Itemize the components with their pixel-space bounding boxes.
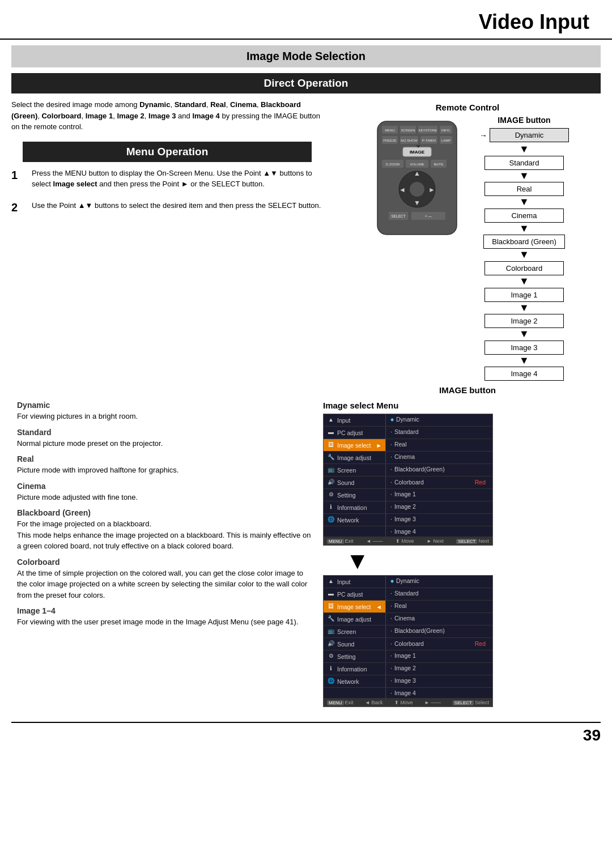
desc-dynamic-title: Dynamic — [11, 401, 312, 410]
svg-text:D.ZOOM: D.ZOOM — [386, 163, 400, 166]
desc-blackboard: Blackboard (Green) For the image project… — [11, 508, 312, 552]
flow-arrow-4: ▼ — [519, 223, 529, 235]
osd-right-image3: Image 3 — [388, 515, 490, 523]
osd2-right-real: Real — [388, 602, 490, 610]
osd2-item-imageselect: 🖼Image select ◄ — [326, 602, 383, 611]
step-2: 2 Use the Point ▲▼ buttons to select the… — [11, 200, 323, 214]
menu-operation-bar: Menu Operation — [23, 142, 312, 162]
image-button-title: IMAGE button — [479, 116, 569, 125]
flow-box-standard: Standard — [484, 156, 564, 170]
svg-text:INFO.: INFO. — [441, 129, 450, 132]
image-select-menu-title: Image select Menu — [323, 401, 601, 410]
osd-bottom-bar-2: MENUExit ◄ Back ⬆ Move ► —— SELECTSelect — [324, 699, 492, 707]
osd-row-input: ▲Input Dynamic — [324, 414, 492, 427]
step-1: 1 Press the MENU button to display the O… — [11, 168, 323, 190]
osd-item-info: ℹInformation — [326, 503, 383, 512]
osd-right-colorboard: Colorboard Red — [388, 478, 490, 487]
remote-label: Remote Control — [334, 103, 601, 112]
desc-blackboard-title: Blackboard (Green) — [11, 508, 312, 517]
osd-item-imageadjust: 🔧Image adjust — [326, 453, 383, 462]
svg-text:►: ► — [428, 186, 435, 194]
osd2-row-screen: 📺Screen Blackboard(Green) — [324, 626, 492, 638]
osd-menu-2: ▲Input Dynamic ▬PC adjust Standard — [323, 575, 493, 707]
svg-text:VOLUME: VOLUME — [410, 163, 424, 166]
desc-colorboard: Colorboard At the time of simple project… — [11, 558, 312, 601]
osd-item-setting: ⚙Setting — [326, 490, 383, 500]
intro-text: Select the desired image mode among Dyna… — [11, 93, 323, 136]
osd2-item-input: ▲Input — [326, 577, 383, 586]
flow-box-image4: Image 4 — [484, 367, 564, 381]
desc-colorboard-text: At the time of simple projection on the … — [11, 568, 312, 601]
svg-text:FREEZE: FREEZE — [383, 139, 397, 142]
desc-image14: Image 1–4 For viewing with the user pres… — [11, 606, 312, 628]
svg-text:▲: ▲ — [414, 169, 420, 177]
osd-row-info: ℹInformation Image 2 — [324, 501, 492, 514]
desc-real: Real Picture mode with improved halftone… — [11, 454, 312, 476]
flow-box-cinema: Cinema — [484, 209, 564, 223]
desc-dynamic: Dynamic For viewing pictures in a bright… — [11, 401, 312, 422]
desc-standard: Standard Normal picture mode preset on t… — [11, 428, 312, 449]
osd-item-network: 🌐Network — [326, 515, 383, 525]
osd-right-image4: Image 4 — [388, 527, 490, 535]
osd2-item-setting: ⚙Setting — [326, 652, 383, 661]
osd-item-input: ▲Input — [326, 415, 383, 425]
flow-chart: → Dynamic ▼ Standard ▼ Real ▼ Cinema ▼ B… — [479, 128, 569, 381]
osd2-row-info: ℹInformation Image 2 — [324, 663, 492, 675]
bottom-left: Dynamic For viewing pictures in a bright… — [11, 401, 312, 710]
page-number: 39 — [583, 726, 601, 744]
osd2-right-dynamic: Dynamic — [388, 577, 490, 585]
svg-text:KEYSTONE: KEYSTONE — [419, 129, 437, 132]
osd2-right-image1: Image 1 — [388, 652, 490, 659]
desc-real-text: Picture mode with improved halftone for … — [11, 465, 312, 476]
step-1-text: Press the MENU button to display the On-… — [32, 168, 323, 190]
osd2-row-imageadjust: 🔧Image adjust Cinema — [324, 613, 492, 626]
section-title: Image Mode Selection — [11, 45, 601, 67]
flow-box-real: Real — [484, 182, 564, 196]
desc-dynamic-text: For viewing pictures in a bright room. — [11, 411, 312, 422]
bottom-right: Image select Menu ▲Input Dynamic ▬PC adj… — [312, 401, 601, 710]
desc-standard-title: Standard — [11, 428, 312, 437]
svg-text:▼: ▼ — [414, 199, 420, 207]
osd-row-imageselect: 🖼Image select ► Real — [324, 439, 492, 452]
desc-image14-text: For viewing with the user preset image m… — [11, 616, 312, 628]
osd-right-blackboard: Blackboard(Green) — [388, 465, 490, 473]
svg-text:LAMP: LAMP — [441, 139, 450, 142]
desc-image14-title: Image 1–4 — [11, 606, 312, 615]
osd-right-image2: Image 2 — [388, 503, 490, 510]
osd2-row-imageselect: 🖼Image select ◄ Real — [324, 601, 492, 613]
step-2-number: 2 — [11, 201, 27, 214]
svg-text:P-TIMER: P-TIMER — [422, 139, 436, 142]
remote-section: Remote Control MENU SCREEN KEYSTONE — [334, 103, 601, 395]
svg-text:NO SHOW: NO SHOW — [401, 139, 418, 142]
osd2-row-network: 🌐Network Image 3 — [324, 675, 492, 688]
osd-row-screen: 📺Screen Blackboard(Green) — [324, 464, 492, 476]
osd2-right-cinema: Cinema — [388, 614, 490, 622]
flow-arrow-6: ▼ — [519, 275, 529, 288]
image-button-flow: IMAGE button → Dynamic ▼ Standard ▼ Real… — [479, 116, 569, 381]
osd-row-empty: Image 4 — [324, 526, 492, 537]
flow-box-image2: Image 2 — [484, 314, 564, 328]
osd2-right-blackboard: Blackboard(Green) — [388, 627, 490, 635]
desc-cinema-text: Picture mode adjusted with fine tone. — [11, 492, 312, 503]
osd-right-real: Real — [388, 440, 490, 448]
svg-text:SELECT: SELECT — [391, 214, 405, 218]
osd-right-dynamic: Dynamic — [388, 415, 490, 423]
flow-box-dynamic: Dynamic — [490, 128, 569, 142]
desc-cinema: Cinema Picture mode adjusted with fine t… — [11, 482, 312, 503]
flow-box-colorboard: Colorboard — [484, 261, 564, 275]
flow-arrow-7: ▼ — [519, 302, 529, 314]
osd2-right-image2: Image 2 — [388, 664, 490, 672]
desc-standard-text: Normal picture mode preset on the projec… — [11, 438, 312, 449]
svg-rect-36 — [389, 222, 445, 230]
page-header: Video Input — [0, 0, 612, 40]
svg-text:+ —: + — — [425, 214, 432, 218]
flow-arrow-2: ▼ — [519, 170, 529, 182]
step-2-text: Use the Point ▲▼ buttons to select the d… — [32, 200, 321, 211]
direct-operation-bar: Direct Operation — [11, 73, 601, 93]
osd2-item-sound: 🔊Sound — [326, 639, 383, 649]
bottom-layout: Dynamic For viewing pictures in a bright… — [0, 401, 612, 710]
flow-box-image3: Image 3 — [484, 341, 564, 355]
flow-arrow-8: ▼ — [519, 328, 529, 341]
down-arrow: ▼ — [346, 549, 601, 573]
svg-text:◄: ◄ — [399, 186, 406, 194]
